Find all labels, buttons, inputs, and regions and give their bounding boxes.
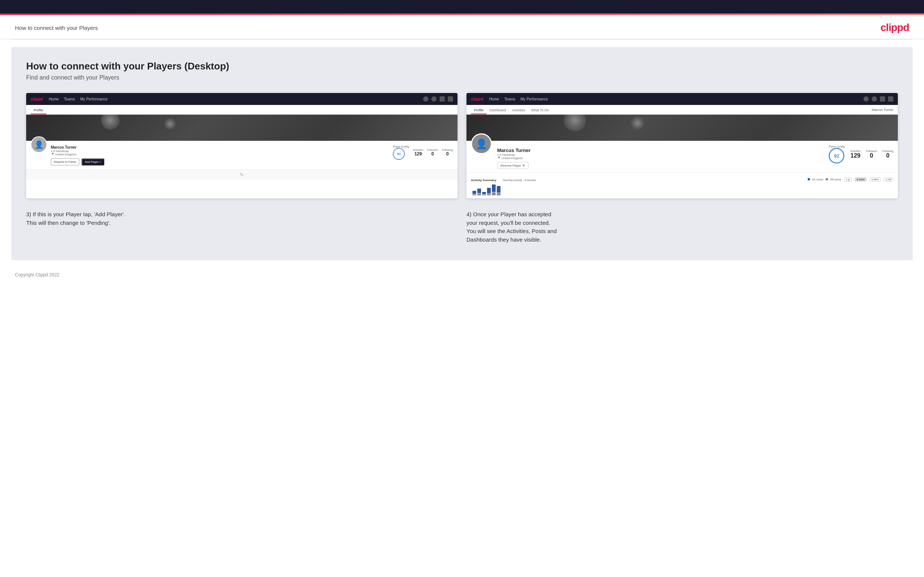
- right-profile-location: 📍 United Kingdom: [497, 156, 824, 160]
- left-navbar: clippd Home Teams My Performance: [26, 93, 457, 105]
- right-followers: Followers 0: [866, 150, 877, 159]
- left-avatar-icon: 👤: [34, 140, 44, 149]
- screenshot-left: clippd Home Teams My Performance Profile: [26, 93, 457, 198]
- main-content: How to connect with your Players (Deskto…: [11, 47, 913, 260]
- bar-group-6: [497, 186, 501, 195]
- right-quality-section: Player Quality 92: [829, 145, 845, 164]
- right-tab-profile[interactable]: Profile: [471, 107, 487, 114]
- left-tab-profile[interactable]: Profile: [31, 107, 46, 114]
- left-tab-bar: Profile: [26, 105, 457, 114]
- right-nav-logo: clippd: [471, 97, 483, 101]
- main-title: How to connect with your Players (Deskto…: [26, 61, 898, 72]
- bar-on-6: [497, 186, 501, 193]
- bar-group-3: [482, 192, 486, 195]
- right-activities-label: Activities: [850, 150, 861, 152]
- left-followers: Followers 0: [427, 148, 438, 156]
- page-footer: Copyright Clippd 2022: [0, 268, 924, 282]
- left-stats: Player Quality 92 Activities 129 Followe…: [393, 145, 453, 160]
- search-icon[interactable]: [423, 96, 428, 102]
- right-user-dropdown[interactable]: Marcus Turner: [872, 106, 893, 113]
- right-golf-banner: [467, 114, 898, 141]
- on-course-label: On course: [812, 178, 824, 181]
- left-avatar: 👤: [31, 136, 47, 153]
- right-profile-info: Marcus Turner 1-5 Handicap 📍 United King…: [497, 145, 824, 169]
- right-activity-title-group: Activity Summary Monthly Activity · 6 Mo…: [471, 176, 536, 183]
- right-stats: Player Quality 92 Activities 129 Followe…: [829, 145, 893, 164]
- user-icon[interactable]: [431, 96, 436, 102]
- bar-group-2: [477, 189, 481, 195]
- right-activity-title: Activity Summary: [471, 179, 496, 182]
- right-avatar: 👤: [471, 133, 492, 154]
- left-activities-value: 129: [413, 151, 423, 156]
- right-nav-icons: [863, 96, 893, 102]
- breadcrumb: How to connect with your Players: [15, 25, 98, 31]
- screenshot-right: clippd Home Teams My Performance Profile…: [467, 93, 898, 198]
- right-nav-performance[interactable]: My Performance: [521, 97, 548, 101]
- bar-off-1: [472, 194, 476, 195]
- bar-group-5: [492, 184, 496, 195]
- left-followers-label: Followers: [427, 148, 438, 151]
- right-user-icon[interactable]: [872, 96, 877, 102]
- right-search-icon[interactable]: [863, 96, 869, 102]
- right-legend: On course Off course: [808, 178, 842, 181]
- right-settings-icon[interactable]: [880, 96, 885, 102]
- right-tab-activities[interactable]: Activities: [509, 107, 528, 114]
- left-nav-home[interactable]: Home: [48, 97, 59, 101]
- left-scroll-area: ✎: [26, 169, 457, 180]
- right-globe-icon[interactable]: [888, 96, 893, 102]
- left-nav-logo: clippd: [31, 97, 43, 101]
- left-golf-banner: [26, 114, 457, 141]
- left-profile-location: 📍 United Kingdom: [51, 153, 389, 156]
- request-follow-button[interactable]: Request to Follow: [51, 158, 79, 166]
- left-profile-buttons: Request to Follow Add Player +: [51, 158, 389, 166]
- left-following-label: Following: [442, 148, 453, 151]
- settings-icon[interactable]: [439, 96, 445, 102]
- bar-off-3: [482, 195, 486, 195]
- right-activity-controls: On course Off course 1 yr 6 mths 3 mths …: [808, 177, 893, 182]
- on-course-dot: [808, 178, 810, 181]
- caption-left: 3) If this is your Player tap, 'Add Play…: [26, 209, 457, 245]
- main-subtitle: Find and connect with your Players: [26, 74, 898, 81]
- add-player-button[interactable]: Add Player +: [81, 158, 104, 166]
- right-following: Following 0: [882, 150, 893, 159]
- right-tab-bar: Profile Dashboard Activities What To On …: [467, 105, 898, 114]
- right-tab-whattoon[interactable]: What To On: [528, 107, 552, 114]
- right-followers-label: Followers: [866, 150, 877, 152]
- filter-6mths[interactable]: 6 mths: [855, 177, 866, 182]
- bar-on-3: [482, 192, 486, 194]
- right-tab-dashboard[interactable]: Dashboard: [487, 107, 509, 114]
- left-profile-name: Marcus Turner: [51, 145, 389, 149]
- left-nav-icons: [423, 96, 453, 102]
- right-quality-circle: 92: [829, 148, 844, 164]
- right-activity-header: Activity Summary Monthly Activity · 6 Mo…: [471, 176, 893, 183]
- remove-x-icon: ✕: [522, 164, 525, 167]
- right-activity-spacer: [498, 176, 503, 182]
- captions-row: 3) If this is your Player tap, 'Add Play…: [26, 209, 898, 245]
- screenshots-row: clippd Home Teams My Performance Profile: [26, 93, 898, 198]
- page-header: How to connect with your Players clippd: [0, 15, 924, 39]
- remove-player-button[interactable]: Remove Player ✕: [497, 162, 528, 169]
- right-followers-value: 0: [866, 152, 877, 159]
- right-nav-home[interactable]: Home: [489, 97, 499, 101]
- filter-3mths[interactable]: 3 mths: [869, 177, 880, 182]
- right-nav-teams[interactable]: Teams: [504, 97, 515, 101]
- off-course-label: Off course: [830, 178, 842, 181]
- filter-1yr[interactable]: 1 yr: [844, 177, 852, 182]
- right-activities-value: 129: [850, 152, 861, 159]
- location-pin-icon: 📍: [51, 153, 55, 156]
- right-avatar-icon: 👤: [475, 138, 488, 150]
- left-nav-performance[interactable]: My Performance: [80, 97, 108, 101]
- filter-1mth[interactable]: 1 mth: [884, 177, 893, 182]
- globe-icon[interactable]: [448, 96, 453, 102]
- clippd-logo: clippd: [880, 22, 909, 34]
- right-profile-name: Marcus Turner: [497, 148, 824, 153]
- bar-off-5: [492, 192, 496, 195]
- bar-group-1: [472, 191, 476, 195]
- left-profile-section: 👤 Marcus Turner 1-5 Handicap 📍 United Ki…: [26, 141, 457, 169]
- left-following-value: 0: [442, 151, 453, 156]
- left-profile-handicap: 1-5 Handicap: [51, 149, 389, 153]
- left-nav-teams[interactable]: Teams: [64, 97, 75, 101]
- caption-right: 4) Once your Player has acceptedyour req…: [467, 209, 898, 245]
- bar-off-2: [477, 193, 481, 195]
- bar-on-1: [472, 191, 476, 194]
